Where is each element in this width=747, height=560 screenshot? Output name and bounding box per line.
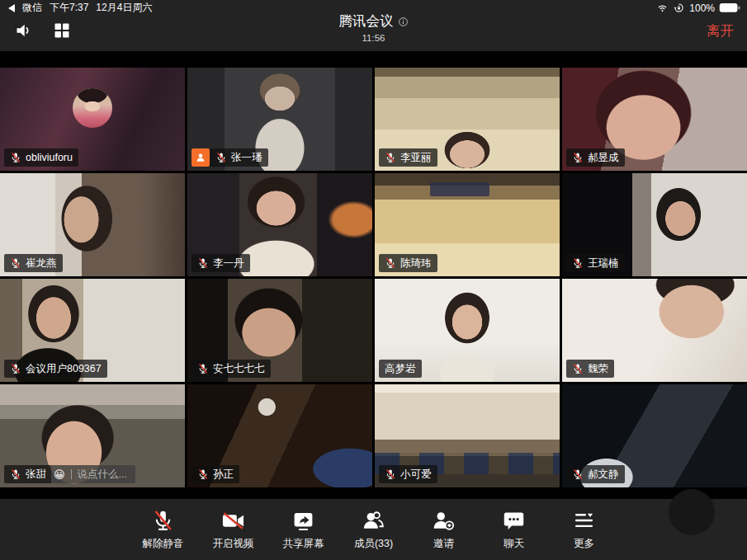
mic-muted-icon bbox=[10, 468, 21, 480]
quick-chat-bar[interactable]: 😀说点什么... bbox=[51, 465, 135, 483]
participant-name: 郝昱成 bbox=[588, 151, 619, 165]
participant-name: 张一璠 bbox=[231, 151, 262, 165]
participant-chip: 小可爱 bbox=[379, 465, 437, 483]
mic-muted-icon bbox=[572, 257, 584, 269]
participant-tile-9[interactable]: 会议用户809367 bbox=[0, 279, 185, 382]
quick-chat-placeholder[interactable]: 说点什么... bbox=[78, 468, 127, 482]
participant-name: 李一丹 bbox=[213, 256, 244, 271]
share-screen-icon bbox=[291, 509, 315, 533]
members-label: 成员(33) bbox=[354, 537, 393, 551]
participant-tile-15[interactable]: 小可爱 bbox=[375, 384, 560, 487]
host-badge-icon bbox=[191, 148, 210, 167]
tencent-meeting-app: 微信 下午7:37 12月4日周六 100% bbox=[0, 0, 747, 560]
mic-muted-icon bbox=[197, 363, 209, 374]
participant-chip: 安七七七七 bbox=[191, 360, 271, 378]
mic-muted-icon bbox=[385, 152, 396, 163]
meeting-elapsed-time: 11:56 bbox=[339, 33, 409, 43]
start-video-button[interactable]: 开启视频 bbox=[210, 509, 258, 551]
participant-tile-12[interactable]: 魏荣 bbox=[562, 279, 747, 382]
battery-icon bbox=[719, 2, 740, 13]
floating-handle bbox=[669, 489, 715, 535]
grid-layout-icon[interactable] bbox=[51, 20, 73, 41]
orientation-lock-icon bbox=[673, 2, 685, 13]
participant-chip: 崔龙燕 bbox=[4, 254, 63, 272]
participant-name: 小可爱 bbox=[400, 468, 432, 482]
participant-tile-6[interactable]: 李一丹 bbox=[187, 173, 372, 276]
share-screen-label: 共享屏幕 bbox=[283, 537, 324, 551]
participant-name: 陈琦玮 bbox=[400, 256, 432, 271]
participant-tile-16[interactable]: 郝文静 bbox=[562, 384, 747, 487]
participant-name: 李亚丽 bbox=[400, 151, 432, 165]
participant-name: 魏荣 bbox=[588, 362, 608, 376]
members-icon bbox=[362, 509, 385, 533]
mic-muted-icon bbox=[197, 468, 209, 480]
back-app-label[interactable]: 微信 bbox=[22, 1, 42, 15]
share-screen-button[interactable]: 共享屏幕 bbox=[280, 509, 328, 551]
participant-chip: 李一丹 bbox=[191, 254, 250, 272]
participant-name: 孙正 bbox=[213, 468, 234, 482]
participant-chip: 郝文静 bbox=[566, 465, 625, 483]
participant-name: obliviuforu bbox=[26, 152, 73, 163]
mic-muted-icon bbox=[572, 363, 584, 374]
participant-tile-13[interactable]: 张甜 😀说点什么... bbox=[0, 384, 185, 487]
participant-chip: obliviuforu bbox=[4, 148, 78, 167]
meeting-title-block: 腾讯会议 11:56 bbox=[339, 12, 409, 43]
participant-chip: 孙正 bbox=[191, 465, 239, 483]
participant-name: 王瑞楠 bbox=[588, 256, 619, 271]
avatar bbox=[73, 88, 112, 128]
participant-name: 崔龙燕 bbox=[26, 256, 57, 271]
participant-tile-10[interactable]: 安七七七七 bbox=[187, 279, 372, 382]
status-date: 12月4日周六 bbox=[96, 1, 152, 15]
start-video-label: 开启视频 bbox=[213, 537, 254, 551]
invite-button[interactable]: 邀请 bbox=[420, 509, 468, 551]
more-button[interactable]: 更多 bbox=[560, 509, 608, 551]
participant-name: 会议用户809367 bbox=[26, 362, 102, 376]
speaker-icon[interactable] bbox=[13, 20, 35, 41]
participant-name: 安七七七七 bbox=[213, 362, 265, 376]
participant-tile-2[interactable]: 张一璠 bbox=[187, 68, 372, 171]
mic-muted-icon bbox=[572, 468, 584, 480]
participant-chip: 会议用户809367 bbox=[4, 360, 107, 378]
participant-chip: 张一璠 bbox=[191, 148, 268, 167]
chat-label: 聊天 bbox=[504, 537, 524, 551]
chat-button[interactable]: 聊天 bbox=[490, 509, 538, 551]
video-grid: obliviuforu 张一璠 李亚丽 郝昱成 崔龙燕 bbox=[0, 68, 747, 487]
chat-bubble-icon bbox=[502, 509, 526, 533]
unmute-label: 解除静音 bbox=[143, 537, 184, 551]
participant-tile-3[interactable]: 李亚丽 bbox=[375, 68, 560, 171]
mic-muted-icon bbox=[215, 152, 227, 163]
mic-muted-icon bbox=[10, 152, 21, 163]
participant-tile-11[interactable]: 高梦岩 bbox=[375, 279, 560, 382]
mic-muted-icon bbox=[385, 257, 396, 269]
unmute-button[interactable]: 解除静音 bbox=[139, 509, 187, 551]
divider bbox=[71, 469, 72, 479]
participant-tile-4[interactable]: 郝昱成 bbox=[562, 68, 747, 171]
status-time: 下午7:37 bbox=[50, 1, 88, 15]
participant-chip: 郝昱成 bbox=[566, 148, 625, 167]
invite-label: 邀请 bbox=[433, 537, 454, 551]
participant-tile-8[interactable]: 王瑞楠 bbox=[562, 173, 747, 276]
more-menu-icon bbox=[572, 509, 596, 533]
back-to-app-icon[interactable] bbox=[8, 4, 15, 12]
participant-chip: 张甜 😀说点什么... bbox=[4, 465, 135, 483]
participant-tile-1[interactable]: obliviuforu bbox=[0, 68, 185, 171]
participant-tile-7[interactable]: 陈琦玮 bbox=[375, 173, 560, 276]
info-icon[interactable] bbox=[398, 16, 409, 27]
participant-tile-14[interactable]: 孙正 bbox=[187, 384, 372, 487]
wifi-icon bbox=[656, 2, 669, 13]
participant-chip: 王瑞楠 bbox=[566, 254, 625, 272]
mic-muted-icon bbox=[10, 363, 21, 374]
participant-chip: 魏荣 bbox=[566, 360, 614, 378]
participant-chip: 高梦岩 bbox=[379, 360, 422, 378]
mic-muted-icon bbox=[197, 257, 209, 269]
participant-tile-5[interactable]: 崔龙燕 bbox=[0, 173, 185, 276]
invite-person-icon bbox=[432, 509, 456, 533]
members-button[interactable]: 成员(33) bbox=[350, 509, 398, 551]
participant-chip: 陈琦玮 bbox=[379, 254, 437, 272]
leave-button[interactable]: 离开 bbox=[707, 22, 734, 40]
participant-chip: 李亚丽 bbox=[379, 148, 437, 167]
mic-muted-icon bbox=[572, 152, 584, 163]
emoji-icon[interactable]: 😀 bbox=[54, 469, 65, 480]
bottom-toolbar: 解除静音 开启视频 共享屏幕 成员(33) 邀请 聊天 更多 bbox=[0, 499, 747, 560]
participant-name: 张甜 bbox=[26, 468, 46, 482]
